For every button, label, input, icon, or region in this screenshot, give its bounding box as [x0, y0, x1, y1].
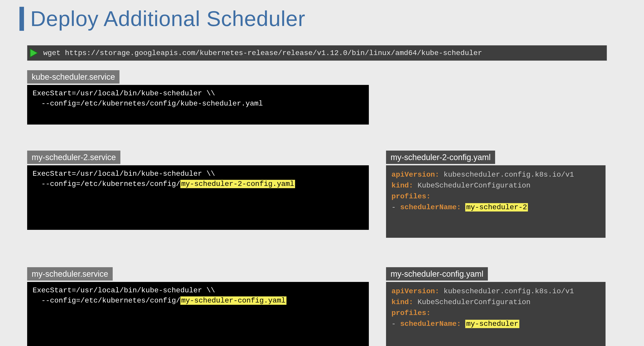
- yaml-value: kubescheduler.config.k8s.io/v1: [439, 287, 574, 295]
- code-line: ExecStart=/usr/local/bin/kube-scheduler …: [32, 170, 215, 178]
- yaml-key: apiVersion:: [392, 171, 439, 179]
- highlighted-config-file: my-scheduler-config.yaml: [180, 296, 286, 305]
- slide-title: Deploy Additional Scheduler: [20, 6, 305, 31]
- yaml-key: kind:: [392, 298, 413, 306]
- tab-my-scheduler-config: my-scheduler-config.yaml: [386, 267, 488, 280]
- highlighted-config-file: my-scheduler-2-config.yaml: [180, 180, 295, 188]
- yaml-value: KubeSchedulerConfiguration: [413, 181, 530, 190]
- svg-marker-0: [30, 49, 38, 57]
- code-line: ExecStart=/usr/local/bin/kube-scheduler …: [32, 286, 215, 295]
- highlighted-scheduler-name: my-scheduler-2: [465, 203, 528, 211]
- yaml-value: KubeSchedulerConfiguration: [413, 298, 530, 306]
- code-my-scheduler-service: ExecStart=/usr/local/bin/kube-scheduler …: [27, 282, 369, 346]
- tab-my-scheduler-service: my-scheduler.service: [27, 267, 113, 280]
- title-text: Deploy Additional Scheduler: [30, 6, 305, 31]
- tab-my-scheduler-2-config: my-scheduler-2-config.yaml: [386, 151, 495, 164]
- slide: Deploy Additional Scheduler wget https:/…: [0, 0, 644, 346]
- play-icon: [29, 48, 39, 58]
- yaml-key: schedulerName:: [400, 320, 461, 328]
- code-kube-scheduler-service: ExecStart=/usr/local/bin/kube-scheduler …: [27, 85, 369, 125]
- code-line: --config=/etc/kubernetes/config/kube-sch…: [32, 99, 263, 108]
- tab-my-scheduler-2-service: my-scheduler-2.service: [27, 151, 120, 164]
- highlighted-scheduler-name: my-scheduler: [465, 320, 519, 328]
- code-line: ExecStart=/usr/local/bin/kube-scheduler …: [32, 89, 215, 98]
- wget-command-text: wget https://storage.googleapis.com/kube…: [43, 49, 482, 57]
- wget-command-bar: wget https://storage.googleapis.com/kube…: [27, 45, 607, 61]
- tab-kube-scheduler-service: kube-scheduler.service: [27, 70, 120, 84]
- yaml-dash: -: [392, 203, 400, 211]
- yaml-key: profiles:: [392, 309, 430, 317]
- yaml-key: schedulerName:: [400, 203, 461, 211]
- title-accent-bar: [20, 7, 24, 31]
- yaml-value: kubescheduler.config.k8s.io/v1: [439, 171, 574, 179]
- code-my-scheduler-config: apiVersion: kubescheduler.config.k8s.io/…: [386, 282, 606, 346]
- code-line-prefix: --config=/etc/kubernetes/config/: [32, 296, 180, 305]
- code-my-scheduler-2-config: apiVersion: kubescheduler.config.k8s.io/…: [386, 165, 606, 238]
- code-line-prefix: --config=/etc/kubernetes/config/: [32, 180, 180, 188]
- yaml-key: profiles:: [392, 192, 430, 201]
- code-my-scheduler-2-service: ExecStart=/usr/local/bin/kube-scheduler …: [27, 165, 369, 230]
- yaml-key: kind:: [392, 181, 413, 190]
- yaml-dash: -: [392, 320, 400, 328]
- yaml-key: apiVersion:: [392, 287, 439, 295]
